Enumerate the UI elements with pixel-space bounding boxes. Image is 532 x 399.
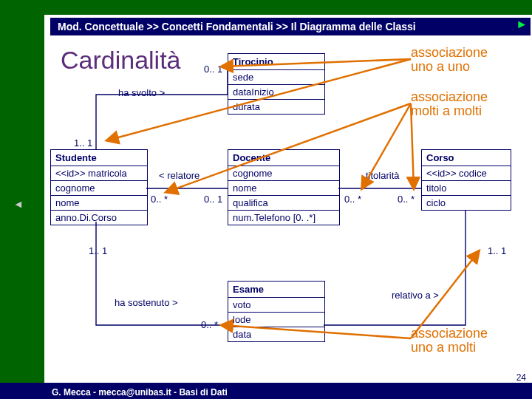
card-0-star-b: 0.. * xyxy=(344,194,361,205)
class-attr: nome xyxy=(228,181,339,196)
role-relatore: < relatore xyxy=(159,170,200,181)
class-header: Docente xyxy=(228,150,339,166)
card-0-1: 0.. 1 xyxy=(204,64,222,75)
class-attr: sede xyxy=(228,70,324,85)
nav-next-icon[interactable]: ► xyxy=(516,18,528,31)
class-esame: Esame voto lode data xyxy=(228,281,325,342)
role-ha-sostenuto: ha sostenuto > xyxy=(115,297,178,308)
annotation-one-to-one: associazioneuno a uno xyxy=(411,46,488,74)
role-ha-svolto: ha svolto > xyxy=(118,87,165,98)
class-attr: voto xyxy=(228,298,324,313)
card-0-star-d: 0.. * xyxy=(201,319,218,330)
card-0-1b: 0.. 1 xyxy=(204,194,222,205)
class-header: Tirocinio xyxy=(228,54,324,70)
card-1-1: 1.. 1 xyxy=(74,137,92,149)
class-attr: anno.Di.Corso xyxy=(51,211,147,225)
slide-title: Cardinalità xyxy=(61,46,181,75)
slide-canvas: { "breadcrumb": "Mod. Concettuale >> Con… xyxy=(0,0,532,399)
class-header: Corso xyxy=(422,150,511,166)
role-relativo-a: relativo a > xyxy=(392,290,439,301)
class-studente: Studente <<id>> matricola cognome nome a… xyxy=(50,149,148,225)
class-attr: durata xyxy=(228,100,324,114)
card-0-star-c: 0.. * xyxy=(398,194,415,205)
card-1-1b: 1.. 1 xyxy=(89,245,107,256)
annotation-many-to-many: associazionemolti a molti xyxy=(411,90,488,118)
class-tirocinio: Tirocinio sede dataInizio durata xyxy=(228,53,325,115)
class-docente: Docente cognome nome qualifica num.Telef… xyxy=(228,149,340,225)
class-attr: <<id>> codice xyxy=(422,166,511,181)
card-0-star: 0.. * xyxy=(151,194,168,205)
class-corso: Corso <<id>> codice titolo ciclo xyxy=(421,149,511,211)
class-header: Esame xyxy=(228,282,324,298)
class-attr: cognome xyxy=(228,166,339,181)
footer-text: G. Mecca - mecca@unibas.it - Basi di Dat… xyxy=(52,387,228,398)
nav-prev-icon[interactable]: ◄ xyxy=(13,198,24,210)
class-attr: <<id>> matricola xyxy=(51,166,147,181)
class-attr: nome xyxy=(51,196,147,211)
breadcrumb: Mod. Concettuale >> Concetti Fondamental… xyxy=(50,18,531,35)
class-attr: dataInizio xyxy=(228,85,324,100)
annotation-one-to-many: associazioneuno a molti xyxy=(411,327,488,355)
class-attr: ciclo xyxy=(422,196,511,210)
page-number: 24 xyxy=(516,372,526,383)
class-attr: data xyxy=(228,327,324,341)
card-1-1c: 1.. 1 xyxy=(488,245,506,256)
bar-top xyxy=(0,0,532,15)
class-attr: num.Telefono [0. .*] xyxy=(228,211,339,225)
class-attr: lode xyxy=(228,313,324,327)
class-attr: cognome xyxy=(51,181,147,196)
class-attr: qualifica xyxy=(228,196,339,211)
role-titolarita: titolarità xyxy=(366,170,400,181)
class-header: Studente xyxy=(51,150,147,166)
class-attr: titolo xyxy=(422,181,511,196)
